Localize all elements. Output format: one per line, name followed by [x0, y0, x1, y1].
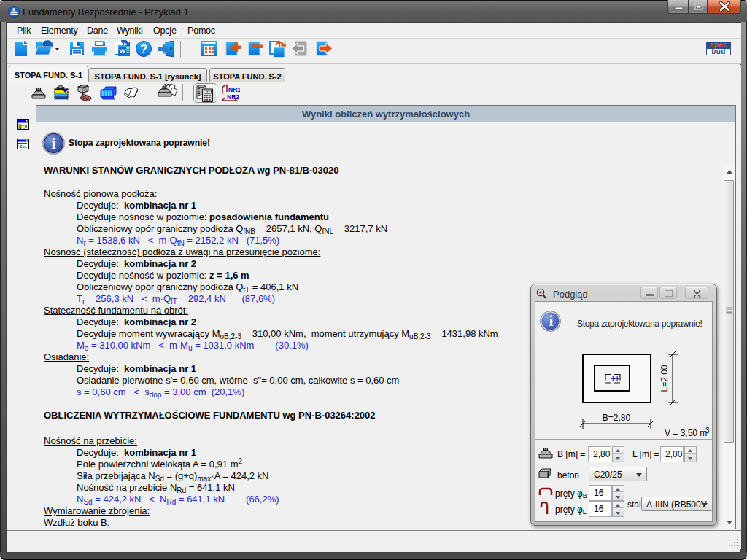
svg-text:NR1: NR1	[228, 86, 240, 93]
svg-text:L=2,00: L=2,00	[659, 365, 670, 392]
svg-text:V = 3,50 m: V = 3,50 m	[665, 428, 707, 438]
svg-text:B=2,80: B=2,80	[603, 413, 631, 423]
svg-text:se: se	[19, 143, 26, 149]
svg-text:NR2: NR2	[227, 93, 239, 101]
svg-text:?: ?	[140, 42, 147, 56]
svg-text:W: W	[120, 47, 126, 55]
svg-text:3: 3	[705, 427, 710, 435]
